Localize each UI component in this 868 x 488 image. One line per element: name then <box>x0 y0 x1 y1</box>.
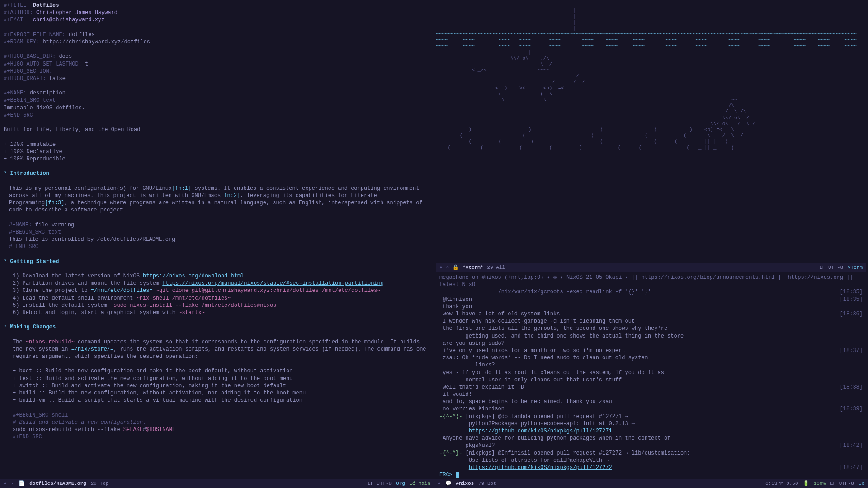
begin-src-text: #+BEGIN_SRC text <box>4 97 56 103</box>
file-icon: 📄 <box>19 480 25 487</box>
vterm-buffer: *vterm* <box>462 264 483 271</box>
heading-intro[interactable]: Introduction <box>10 170 49 177</box>
bullet-item: + 100% Declarative <box>4 148 430 155</box>
modeline-file: dotfiles/README.org <box>29 480 86 487</box>
irc-message: python3Packages.python-ecobee-api: init … <box>439 420 863 427</box>
roam-value: https://chrishayward.xyz/dotfiles <box>42 39 150 45</box>
step-item: 5) Install the default system ~sudo nixo… <box>4 302 430 309</box>
modeline-mode: ER <box>859 480 864 487</box>
hugo-base-keyword: #+HUGO_BASE_DIR: <box>4 53 56 60</box>
hugo-section-keyword: #+HUGO_SECTION: <box>4 68 52 75</box>
heading-getting-started[interactable]: Getting Started <box>10 258 59 265</box>
irc-link[interactable]: https://github.com/NixOS/nixpkgs/pull/12… <box>469 428 612 434</box>
author-value: Christopher James Hayward <box>36 9 118 16</box>
name-fw-value: file-warning <box>35 222 74 228</box>
circle-icon: ● <box>4 480 7 487</box>
end-src: #+END_SRC <box>4 112 33 118</box>
shell-comment: # Build and activate a new configuration… <box>4 419 430 426</box>
author-keyword: #+AUTHOR: <box>4 9 33 16</box>
roam-keyword: #+ROAM_KEY: <box>4 39 39 45</box>
vterm-pos: 29 All <box>487 264 505 271</box>
irc-timestamp: [18:39] <box>840 405 863 413</box>
battery-icon: 🔋 <box>803 480 809 487</box>
irc-message: the first one lists all the gcroots, the… <box>439 325 863 332</box>
irc-message: -{^-^}- [nixpkgs] @dotlambda opened pull… <box>439 413 863 420</box>
fw-body: This file is controlled by /etc/dotfiles… <box>4 236 430 243</box>
modeline-left: ● ‹ 📄 dotfiles/README.org 28 Top LF UTF-… <box>0 479 434 488</box>
end-src: #+END_SRC <box>13 434 42 440</box>
vterm-modeline: ● ○ 🔒 *vterm* 29 All LF UTF-8 VTerm <box>436 263 866 272</box>
irc-message: i've only used nixos for a month or two … <box>439 347 863 354</box>
vterm-output[interactable]: | | | | ~~~~~~~~~~~~~~~~~~~~~~~~~~~~~~~~… <box>436 2 866 263</box>
irc-link[interactable]: https://github.com/NixOS/nixpkgs/pull/12… <box>469 465 612 471</box>
op-item: + switch :: Build and activate the new c… <box>4 382 430 389</box>
irc-message: -{^-^}- [nixpkgs] @Infinisil opened pull… <box>439 450 863 457</box>
export-value: dotfiles <box>69 32 95 38</box>
irc-timestamp: [18:37] <box>840 347 863 354</box>
email-value: chris@chrishayward.xyz <box>33 17 104 23</box>
name-fw-keyword: #+NAME: <box>9 222 32 228</box>
modeline-time: 6:53PM 0.50 <box>765 480 798 487</box>
heading-star: * <box>4 170 10 177</box>
export-keyword: #+EXPORT_FILE_NAME: <box>4 32 66 38</box>
step-item: 6) Reboot and login, start a graphical s… <box>4 309 430 316</box>
circle-icon: ○ <box>446 264 449 271</box>
heading-making-changes[interactable]: Making Changes <box>10 324 56 330</box>
end-src: #+END_SRC <box>9 244 38 250</box>
modeline-file: #nixos <box>456 480 474 487</box>
irc-message: yes - if you do it as root it cleans out… <box>439 369 863 376</box>
op-item: + boot :: Build the new configuration an… <box>4 367 430 375</box>
manual-link[interactable]: https://nixos.org/manual/nixos/stable/#s… <box>162 280 384 286</box>
irc-topic-cont: /nix/var/nix/gcroots -exec readlink -f '… <box>439 288 863 296</box>
irc-message: wow I have a lot of old system links[18:… <box>439 310 863 318</box>
heading-star: * <box>4 258 10 265</box>
erc-prompt-line[interactable]: ERC> <box>439 471 863 478</box>
hugo-draft-keyword: #+HUGO_DRAFT: <box>4 75 46 82</box>
circle-icon: ● <box>438 480 441 487</box>
download-link[interactable]: https://nixos.org/download.html <box>143 273 244 279</box>
vterm-enc: LF UTF-8 <box>819 264 843 271</box>
modeline-right: ● 💬 #nixos 79 Bot 6:53PM 0.50 🔋 100% LF … <box>434 479 868 488</box>
built-text: Built for Life, Liberty, and the Open Ro… <box>4 126 430 133</box>
title-value: Dotfiles <box>33 2 59 9</box>
chat-icon: 💬 <box>445 480 452 487</box>
irc-nick: -{^-^}- <box>439 413 462 420</box>
op-item: + test :: Build and activate the new con… <box>4 375 430 382</box>
irc-pane[interactable]: megaphone on #nixos (+nrt,lag:0) ✦ ◎ ✦ N… <box>436 272 866 478</box>
mc-paragraph: The ~nixos-rebuild~ command updates the … <box>4 338 430 361</box>
step-item: 2) Partition drives and mount the file s… <box>4 280 430 287</box>
irc-timestamp: [18:42] <box>840 442 863 449</box>
step-item: 1) Download the latest version of NixOS … <box>4 272 430 280</box>
irc-message: Anyone have advice for building python p… <box>439 435 863 442</box>
name-desc-keyword: #+NAME: <box>4 90 26 96</box>
lock-icon: 🔒 <box>453 264 459 271</box>
begin-src-shell: #+BEGIN_SRC shell <box>13 412 68 418</box>
footnote-link[interactable]: [fn:1] <box>172 185 191 192</box>
irc-message: are you using sudo? <box>439 340 863 347</box>
chevron-left-icon: ‹ <box>11 480 14 487</box>
intro-paragraph: This is my personal configuration(s) for… <box>4 185 430 214</box>
irc-message: it would! <box>439 391 863 398</box>
irc-message: thank you <box>439 303 863 310</box>
op-item: + build :: Build the new configuration, … <box>4 389 430 397</box>
bullet-item: + 100% Reproducible <box>4 155 430 163</box>
irc-message: and lo, space begins to be reclaimed, th… <box>439 398 863 405</box>
irc-message: no worries Kinnison[18:39] <box>439 405 863 413</box>
hugo-lastmod-keyword: #+HUGO_AUTO_SET_LASTMOD: <box>4 61 82 67</box>
irc-timestamp: [18:35] <box>840 296 863 303</box>
footnote-link[interactable]: [fn:3] <box>45 200 64 206</box>
footnote-link[interactable]: [fn:2] <box>221 192 240 199</box>
irc-message: well that'd explain it :D[18:38] <box>439 384 863 391</box>
irc-nick: -{^-^}- <box>439 450 462 456</box>
irc-message: Use lists of attrsets for callPackageWit… <box>439 457 863 464</box>
irc-message: https://github.com/NixOS/nixpkgs/pull/12… <box>439 464 863 471</box>
editor-pane[interactable]: #+TITLE: Dotfiles #+AUTHOR: Christopher … <box>0 0 434 479</box>
cursor-icon <box>456 472 459 478</box>
step-item: 4) Load the default shell environment ~n… <box>4 295 430 302</box>
irc-message: getting used, and the third one shows th… <box>439 333 863 340</box>
battery-pct: 100% <box>814 480 826 487</box>
heading-star: * <box>4 324 10 330</box>
bullet-item: + 100% Immutable <box>4 141 430 148</box>
irc-message: @Kinnison[18:35] <box>439 296 863 303</box>
irc-message: https://github.com/NixOS/nixpkgs/pull/12… <box>439 427 863 435</box>
